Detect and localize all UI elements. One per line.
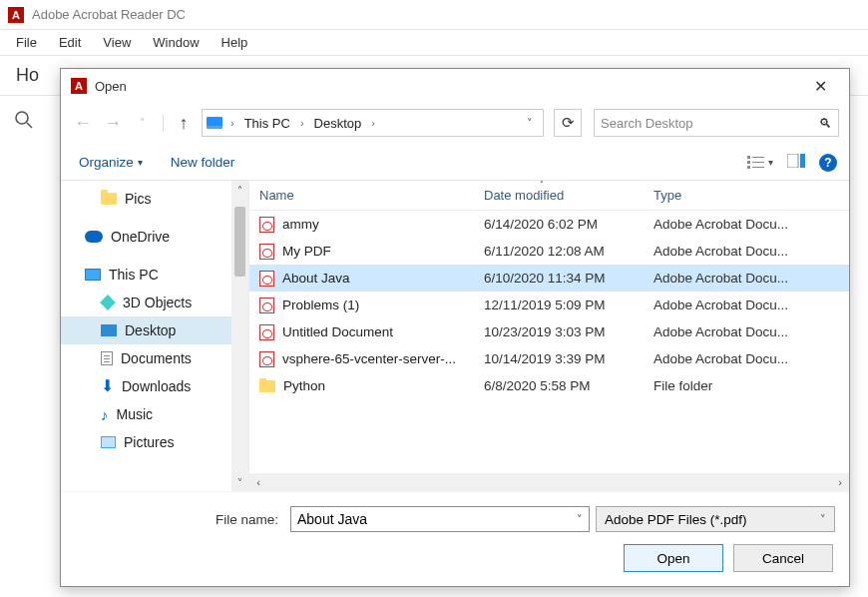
- file-name: vsphere-65-vcenter-server-...: [282, 351, 456, 366]
- file-row[interactable]: vsphere-65-vcenter-server-...10/14/2019 …: [249, 345, 849, 372]
- organize-menu[interactable]: Organize▾: [73, 151, 149, 174]
- menu-help[interactable]: Help: [212, 33, 258, 52]
- preview-pane-icon: [787, 154, 805, 168]
- tree-item-pictures[interactable]: Pictures: [61, 428, 231, 456]
- music-icon: ♪: [101, 407, 109, 422]
- filename-value: About Java: [297, 511, 367, 527]
- scroll-right-icon[interactable]: ›: [831, 476, 849, 488]
- dialog-toolbar: Organize▾ New folder ▾ ?: [61, 143, 849, 181]
- tree-item-music[interactable]: ♪Music: [61, 400, 231, 428]
- scroll-up-icon[interactable]: ˄: [231, 181, 248, 199]
- open-button[interactable]: Open: [624, 544, 723, 572]
- filetype-select[interactable]: Adobe PDF Files (*.pdf) ˅: [596, 506, 835, 532]
- nav-tree-panel: Pics OneDrive This PC 3D Objects Desktop…: [61, 181, 248, 491]
- nav-back-icon[interactable]: ←: [71, 111, 95, 135]
- svg-rect-5: [752, 157, 764, 158]
- file-date: 12/11/2019 5:09 PM: [484, 298, 653, 312]
- file-type: Adobe Acrobat Docu...: [653, 298, 849, 312]
- downloads-icon: ⬇: [101, 378, 114, 394]
- tree-item-thispc[interactable]: This PC: [61, 261, 231, 289]
- scroll-left-icon[interactable]: ‹: [249, 476, 267, 488]
- file-list-header: Name Date modified Type: [249, 181, 849, 211]
- file-type: Adobe Acrobat Docu...: [653, 324, 849, 339]
- scroll-down-icon[interactable]: ˅: [231, 473, 248, 491]
- chevron-right-icon[interactable]: ›: [228, 117, 236, 129]
- file-type: Adobe Acrobat Docu...: [653, 351, 849, 366]
- nav-recent-icon[interactable]: ˅: [131, 111, 155, 135]
- tree-item-pics[interactable]: Pics: [61, 185, 231, 213]
- svg-rect-4: [747, 166, 750, 169]
- scroll-thumb[interactable]: [234, 207, 245, 277]
- pdf-icon: [259, 324, 274, 340]
- search-input[interactable]: Search Desktop 🔍︎: [594, 109, 839, 137]
- chevron-right-icon[interactable]: ›: [369, 117, 377, 129]
- objects3d-icon: [100, 295, 116, 310]
- tree-scrollbar[interactable]: ˄ ˅: [231, 181, 248, 491]
- file-row[interactable]: ammy6/14/2020 6:02 PMAdobe Acrobat Docu.…: [249, 211, 849, 238]
- svg-rect-7: [752, 167, 764, 168]
- onedrive-icon: [85, 231, 103, 243]
- acrobat-icon: A: [71, 78, 87, 94]
- column-type[interactable]: Type: [653, 188, 849, 203]
- svg-line-1: [27, 123, 32, 128]
- thispc-icon: [85, 269, 101, 281]
- file-row[interactable]: About Java6/10/2020 11:34 PMAdobe Acroba…: [249, 265, 849, 292]
- help-icon[interactable]: ?: [819, 154, 837, 172]
- chevron-down-icon: ▾: [768, 157, 773, 168]
- menu-edit[interactable]: Edit: [49, 33, 91, 52]
- file-date: 10/14/2019 3:39 PM: [484, 351, 653, 366]
- file-row[interactable]: Untitled Document10/23/2019 3:03 PMAdobe…: [249, 318, 849, 345]
- nav-up-icon[interactable]: ↑: [172, 111, 196, 135]
- column-date[interactable]: Date modified: [484, 188, 653, 203]
- nav-separator: [163, 114, 164, 132]
- menu-window[interactable]: Window: [143, 33, 209, 52]
- desktop-icon: [101, 324, 117, 336]
- horizontal-scrollbar[interactable]: ‹ ›: [249, 473, 849, 491]
- file-row[interactable]: My PDF6/11/2020 12:08 AMAdobe Acrobat Do…: [249, 238, 849, 265]
- tree-item-downloads[interactable]: ⬇Downloads: [61, 372, 231, 400]
- column-name[interactable]: Name: [249, 188, 484, 203]
- breadcrumb-folder[interactable]: Desktop: [312, 116, 364, 131]
- file-type: Adobe Acrobat Docu...: [653, 217, 849, 232]
- tree-item-desktop[interactable]: Desktop: [61, 316, 231, 344]
- app-title: Adobe Acrobat Reader DC: [32, 7, 186, 22]
- refresh-button[interactable]: ⟳: [554, 109, 582, 137]
- dialog-titlebar[interactable]: A Open ✕: [61, 69, 849, 103]
- menu-file[interactable]: File: [6, 33, 47, 52]
- search-icon[interactable]: 🔍︎: [819, 116, 832, 131]
- pdf-icon: [259, 217, 274, 233]
- filename-input[interactable]: About Java ˅: [290, 506, 590, 532]
- nav-tree: Pics OneDrive This PC 3D Objects Desktop…: [61, 181, 231, 491]
- file-date: 6/8/2020 5:58 PM: [484, 378, 653, 393]
- svg-rect-3: [747, 161, 750, 164]
- breadcrumb-root[interactable]: This PC: [242, 116, 292, 131]
- search-icon[interactable]: [14, 110, 34, 130]
- cancel-button[interactable]: Cancel: [733, 544, 833, 572]
- app-titlebar: A Adobe Acrobat Reader DC: [0, 0, 868, 30]
- nav-forward-icon[interactable]: →: [101, 111, 125, 135]
- filename-label: File name:: [75, 512, 284, 527]
- folder-icon: [101, 193, 117, 205]
- app-menubar: File Edit View Window Help: [0, 30, 868, 56]
- preview-pane-button[interactable]: [787, 154, 805, 171]
- filetype-value: Adobe PDF Files (*.pdf): [605, 512, 747, 527]
- new-folder-button[interactable]: New folder: [165, 151, 241, 174]
- tree-item-onedrive[interactable]: OneDrive: [61, 223, 231, 251]
- file-type: Adobe Acrobat Docu...: [653, 271, 849, 286]
- file-row[interactable]: Python6/8/2020 5:58 PMFile folder: [249, 372, 849, 399]
- pictures-icon: [101, 436, 116, 448]
- close-button[interactable]: ✕: [801, 72, 839, 100]
- chevron-right-icon[interactable]: ›: [298, 117, 306, 129]
- file-date: 10/23/2019 3:03 PM: [484, 324, 653, 339]
- tree-item-3dobjects[interactable]: 3D Objects: [61, 289, 231, 316]
- home-tab-label[interactable]: Ho: [16, 65, 39, 86]
- file-row[interactable]: Problems (1)12/11/2019 5:09 PMAdobe Acro…: [249, 292, 849, 318]
- tree-item-documents[interactable]: Documents: [61, 344, 231, 372]
- menu-view[interactable]: View: [93, 33, 141, 52]
- address-dropdown-icon[interactable]: ˅: [527, 117, 539, 130]
- pdf-icon: [259, 271, 274, 287]
- address-bar[interactable]: › This PC › Desktop › ˅: [202, 109, 544, 137]
- chevron-down-icon[interactable]: ˅: [577, 513, 583, 526]
- file-date: 6/14/2020 6:02 PM: [484, 217, 653, 232]
- view-mode-button[interactable]: ▾: [747, 156, 773, 170]
